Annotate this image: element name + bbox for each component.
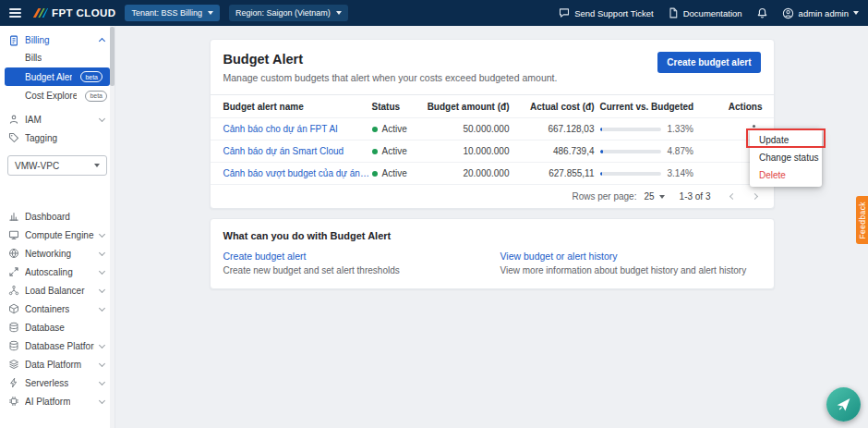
- serverless-icon: [7, 377, 19, 389]
- notifications-button[interactable]: [756, 7, 768, 19]
- chevron-down-icon: [336, 11, 342, 15]
- documentation-link[interactable]: Documentation: [668, 7, 742, 18]
- next-page-button[interactable]: [748, 190, 763, 204]
- sidebar-item-label: IAM: [25, 115, 42, 125]
- menu-item-delete[interactable]: Delete: [750, 166, 822, 184]
- table-row: Cảnh báo cho dự án FPT AI Active 50.000.…: [211, 117, 774, 140]
- sidebar-item-ai-platform[interactable]: AI Platform: [0, 392, 115, 410]
- rows-per-page-value: 25: [644, 191, 654, 202]
- budget-alert-name-link[interactable]: Cảnh báo cho dự án FPT AI: [211, 124, 372, 134]
- sidebar: Billing Bills Budget Alert beta Cost Exp…: [0, 26, 115, 428]
- info-grid: Create budget alert Create new budget an…: [223, 251, 761, 275]
- sidebar-item-serverless[interactable]: Serverless: [0, 373, 115, 392]
- autoscaling-icon: [7, 266, 19, 278]
- chevron-right-icon: [752, 193, 758, 200]
- feedback-tab[interactable]: Feedback: [856, 196, 868, 244]
- fpt-cloud-logo[interactable]: FPT CLOUD: [32, 7, 115, 18]
- sidebar-item-database-platform[interactable]: Database Platform: [0, 336, 115, 355]
- chevron-left-icon: [729, 193, 736, 200]
- sidebar-item-load-balancer[interactable]: Load Balancer: [0, 281, 115, 300]
- table-header: Budget alert name Status Budget amount (…: [211, 95, 774, 117]
- table-row: Cảnh báo dự án Smart Cloud Active 10.000…: [211, 140, 774, 162]
- menu-item-update[interactable]: Update: [750, 131, 822, 149]
- menu-icon[interactable]: [9, 8, 21, 18]
- chevron-down-icon: [99, 378, 105, 385]
- ai-platform-icon: [7, 396, 19, 408]
- fpt-logo-icon: [32, 7, 48, 18]
- sidebar-item-label: Database Platform: [25, 341, 94, 351]
- support-ticket-icon: [559, 7, 570, 18]
- vpc-selector[interactable]: VMW-VPC: [7, 155, 107, 176]
- menu-item-change-status[interactable]: Change status: [750, 149, 822, 166]
- sidebar-item-label: Dashboard: [25, 212, 70, 222]
- sidebar-item-containers[interactable]: Containers: [0, 300, 115, 318]
- scrollbar-thumb[interactable]: [110, 27, 115, 86]
- active-status-dot: [372, 171, 378, 177]
- sidebar-item-data-platform[interactable]: Data Platform: [0, 355, 115, 373]
- load-balancer-icon: [7, 285, 19, 297]
- status-label: Active: [382, 146, 407, 156]
- progress-label: 4.87%: [668, 146, 693, 156]
- dashboard-icon: [7, 211, 19, 223]
- sidebar-item-database[interactable]: Database: [0, 318, 115, 336]
- sidebar-item-billing[interactable]: Billing: [0, 31, 115, 49]
- info-card: What can you do with Budget Alert Create…: [210, 218, 775, 289]
- main-content: Budget Alert Manage custom budgets that …: [115, 26, 868, 428]
- budget-alert-name-link[interactable]: Cảnh báo dự án Smart Cloud: [211, 146, 372, 156]
- info-column: Create budget alert Create new budget an…: [223, 251, 500, 275]
- status-label: Active: [382, 124, 407, 134]
- progress-fill: [600, 172, 602, 176]
- sidebar-item-label: Load Balancer: [25, 286, 85, 296]
- row-actions-menu: Update Change status Delete: [750, 128, 822, 187]
- database-icon: [7, 322, 19, 334]
- card-header: Budget Alert Manage custom budgets that …: [211, 40, 774, 94]
- sidebar-item-tagging[interactable]: Tagging: [0, 128, 115, 147]
- sidebar-scrollbar[interactable]: [110, 26, 115, 428]
- chevron-down-icon: [99, 304, 105, 311]
- iam-icon: [7, 114, 19, 126]
- support-label: Send Support Ticket: [574, 8, 654, 18]
- region-selector[interactable]: Region: Saigon (Vietnam): [229, 5, 348, 21]
- tenant-label: Tenant: BSS Billing: [131, 8, 202, 18]
- send-support-ticket-link[interactable]: Send Support Ticket: [559, 7, 654, 18]
- budget-alerts-table: Budget alert name Status Budget amount (…: [211, 94, 774, 208]
- budget-alert-name-link[interactable]: Cảnh báo vượt budget của dự án FCI: [211, 168, 372, 178]
- column-header-status: Status: [372, 102, 428, 112]
- sidebar-item-cost-explorer[interactable]: Cost Explorer beta: [0, 87, 115, 104]
- actual-cost-cell: 667.128,03: [515, 124, 600, 134]
- sidebar-nav: Dashboard Compute Engine Networking: [0, 207, 115, 410]
- progress-cell: 1.33%: [600, 124, 725, 134]
- column-header-actual: Actual cost (đ): [515, 102, 600, 112]
- document-icon: [668, 7, 679, 18]
- create-budget-alert-link[interactable]: Create budget alert: [223, 251, 500, 262]
- networking-icon: [7, 248, 19, 260]
- budget-amount-cell: 50.000.000: [428, 124, 515, 134]
- chevron-down-icon: [99, 267, 105, 274]
- rows-per-page-select[interactable]: 25: [644, 191, 664, 202]
- sidebar-item-compute-engine[interactable]: Compute Engine: [0, 226, 115, 244]
- sidebar-item-networking[interactable]: Networking: [0, 244, 115, 263]
- create-budget-alert-button[interactable]: Create budget alert: [657, 52, 760, 73]
- sidebar-item-iam[interactable]: IAM: [0, 110, 115, 128]
- chevron-down-icon: [659, 195, 665, 199]
- sidebar-item-dashboard[interactable]: Dashboard: [0, 207, 115, 226]
- assistant-fab[interactable]: [826, 387, 861, 422]
- info-description: View more information about budget histo…: [500, 265, 761, 275]
- progress-fill: [600, 128, 602, 131]
- chevron-down-icon: [99, 397, 105, 403]
- sidebar-item-budget-alert[interactable]: Budget Alert beta: [5, 67, 110, 86]
- user-menu[interactable]: admin admin: [782, 7, 859, 19]
- sidebar-item-label: Database: [25, 323, 65, 333]
- column-header-name: Budget alert name: [211, 102, 372, 112]
- actual-cost-cell: 486.739,4: [515, 146, 600, 156]
- sidebar-spacer: [0, 176, 115, 207]
- tenant-selector[interactable]: Tenant: BSS Billing: [125, 5, 220, 21]
- budget-alert-card: Budget Alert Manage custom budgets that …: [210, 39, 775, 209]
- previous-page-button[interactable]: [726, 190, 741, 204]
- sidebar-item-label: Data Platform: [25, 360, 81, 370]
- view-budget-history-link[interactable]: View budget or alert history: [500, 251, 761, 262]
- sidebar-item-autoscaling[interactable]: Autoscaling: [0, 263, 115, 281]
- sidebar-item-label: Networking: [25, 249, 71, 259]
- beta-badge: beta: [80, 71, 102, 82]
- sidebar-item-bills[interactable]: Bills: [0, 49, 115, 67]
